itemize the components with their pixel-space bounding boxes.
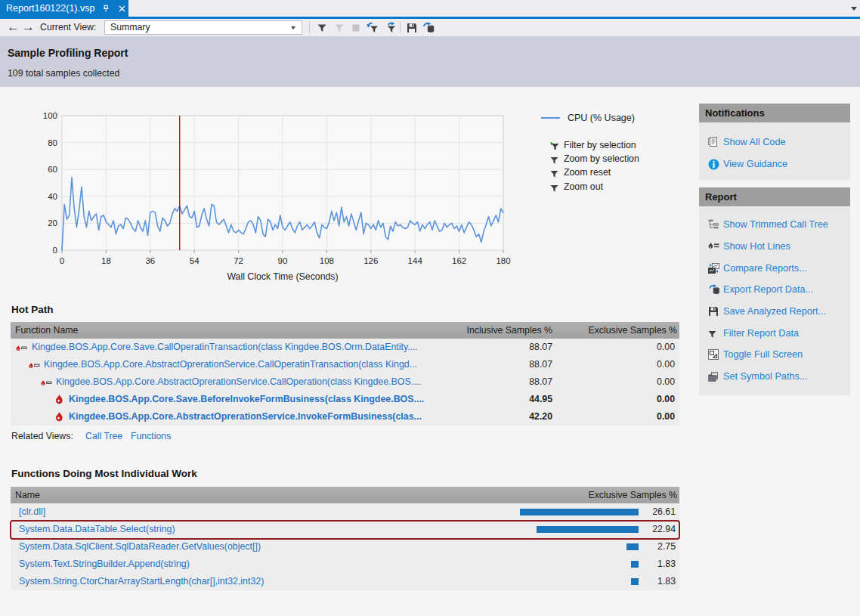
function-link[interactable]: System.Data.DataTable.Select(string) (19, 521, 175, 538)
view-selector-dropdown[interactable]: Summary (104, 20, 302, 35)
sidebar-panel-report: ReportShow Trimmed Call TreeShow Hot Lin… (699, 187, 850, 395)
sidebar-item-compare-reports[interactable]: Compare Reports... (699, 257, 850, 279)
dropdown-arrow-icon (291, 26, 295, 29)
hot-path-row: Kingdee.BOS.App.Core.Save.BeforeInvokeFo… (11, 391, 679, 408)
sidebar-item-show-all-code[interactable]: Show All Code (699, 131, 850, 153)
hot-path-table-header: Function Name Inclusive Samples % Exclus… (11, 322, 679, 339)
function-link[interactable]: Kingdee.BOS.App.Core.Save.CallOperatinTr… (32, 339, 418, 356)
exclusive-samples-value: 0.00 (592, 356, 675, 373)
sidebar-item-export-report-data[interactable]: Export Report Data... (699, 279, 850, 301)
profiler-report-window: Report160122(1).vsp ← → Current View: Su… (0, 0, 860, 616)
sidebar-item-view-guidance[interactable]: View Guidance (699, 153, 850, 175)
function-link[interactable]: System.Text.StringBuilder.Append(string) (19, 556, 190, 573)
hot-path-row: Kingdee.BOS.App.Core.AbstractOprerationS… (11, 356, 679, 373)
inclusive-samples-value: 42.20 (469, 408, 552, 426)
y-tick-label: 0 (53, 246, 57, 255)
chart-action-links: Filter by selectionZoom by selectionZoom… (550, 138, 639, 193)
related-views-label: Related Views: (11, 431, 73, 441)
save-report-button[interactable] (407, 19, 417, 36)
export-filter-button[interactable] (383, 19, 396, 36)
stop-disabled-button (352, 19, 360, 36)
panel-body: Show All CodeView Guidance (699, 122, 850, 180)
toolbar-separator (309, 22, 310, 33)
related-view-link-call-tree[interactable]: Call Tree (85, 431, 122, 441)
function-link[interactable]: Kingdee.BOS.App.Core.AbstractOprerationS… (69, 408, 422, 426)
sidebar-item-filter-report-data[interactable]: Filter Report Data (699, 322, 850, 344)
report-header-band: Sample Profiling Report 109 total sample… (0, 36, 860, 87)
function-link[interactable]: Kingdee.BOS.App.Core.AbstractOprerationS… (44, 356, 417, 373)
sidebar-item-label: Compare Reports... (723, 263, 807, 274)
sidebar-item-label: Toggle Full Screen (723, 349, 803, 360)
column-header-function-name: Function Name (15, 322, 78, 339)
column-header-exclusive-samples: Exclusive Samples % (588, 322, 677, 339)
sidebar-item-set-symbol-paths[interactable]: Set Symbol Paths... (699, 366, 850, 388)
report-toolbar: ← → Current View: Summary (0, 19, 860, 36)
chart-action-label: Zoom by selection (564, 153, 639, 164)
x-tick-label: 18 (101, 256, 111, 265)
functions-row: [clr.dll]26.61 (11, 503, 679, 521)
exclusive-samples-value: 0.00 (592, 391, 675, 408)
hot-path-row: Kingdee.BOS.App.Core.AbstractOprerationS… (11, 408, 679, 426)
inclusive-samples-value: 44.95 (469, 391, 552, 408)
functions-row: System.Text.StringBuilder.Append(string)… (11, 556, 679, 573)
export-report-button[interactable] (422, 19, 435, 36)
chart-action-filter-by-selection[interactable]: Filter by selection (550, 138, 639, 152)
related-view-link-functions[interactable]: Functions (131, 431, 171, 441)
hot-path-row: Kingdee.BOS.App.Core.AbstractOprerationS… (11, 373, 679, 391)
x-axis-title: Wall Clock Time (Seconds) (227, 271, 338, 282)
flame-icon (55, 395, 63, 408)
import-filter-button[interactable] (366, 19, 379, 36)
functions-most-work-table: Name Exclusive Samples % [clr.dll]26.61S… (11, 487, 679, 590)
chart-action-zoom-by-selection[interactable]: Zoom by selection (550, 152, 639, 166)
pin-icon[interactable] (102, 4, 110, 13)
inclusive-samples-value: 88.07 (469, 373, 552, 391)
sidebar-item-label: View Guidance (723, 159, 787, 169)
document-well-dropdown-icon[interactable] (851, 7, 857, 11)
call-tree-icon (708, 219, 719, 230)
function-link[interactable]: System.String.CtorCharArrayStartLength(c… (19, 573, 264, 590)
exclusive-samples-value: 22.94 (592, 521, 676, 538)
function-link[interactable]: Kingdee.BOS.App.Core.Save.BeforeInvokeFo… (69, 391, 424, 408)
filter-button[interactable] (317, 19, 326, 36)
y-tick-label: 40 (48, 192, 57, 201)
function-link[interactable]: [clr.dll] (19, 503, 45, 521)
column-header-name: Name (15, 487, 40, 503)
functions-most-work-title: Functions Doing Most Individual Work (11, 468, 197, 479)
document-tab-title: Report160122(1).vsp (0, 3, 94, 14)
sidebar-item-toggle-full-screen[interactable]: Toggle Full Screen (699, 344, 850, 366)
exclusive-samples-value: 26.61 (592, 503, 676, 521)
sidebar-item-show-trimmed-call-tree[interactable]: Show Trimmed Call Tree (699, 214, 850, 236)
function-link[interactable]: System.Data.SqlClient.SqlDataReader.GetV… (19, 538, 261, 556)
fullscreen-icon (708, 349, 719, 360)
cpu-usage-chart[interactable]: 01836547290108126144162180020406080100Wa… (30, 106, 529, 291)
funnel-green-arrow-icon (550, 141, 559, 150)
show-all-code-icon (708, 137, 719, 147)
hot-lines-icon (708, 241, 719, 252)
panel-title: Report (705, 187, 737, 206)
functions-row: System.Data.DataTable.Select(string)22.9… (11, 521, 679, 538)
sidebar-item-label: Filter Report Data (723, 328, 799, 339)
functions-rows: [clr.dll]26.61System.Data.DataTable.Sele… (11, 503, 679, 590)
navigate-forward-button[interactable]: → (22, 19, 35, 36)
y-tick-label: 80 (48, 138, 57, 147)
folder-icon (708, 371, 719, 382)
inclusive-samples-value: 88.07 (469, 356, 552, 373)
x-tick-label: 180 (496, 256, 510, 265)
document-tab[interactable]: Report160122(1).vsp (0, 0, 128, 17)
column-header-inclusive-samples: Inclusive Samples % (467, 322, 552, 339)
y-tick-label: 20 (48, 218, 57, 228)
function-link[interactable]: Kingdee.BOS.App.Core.AbstractOprerationS… (56, 373, 421, 391)
document-tab-strip: Report160122(1).vsp (0, 0, 860, 17)
chart-action-zoom-out[interactable]: Zoom out (550, 180, 639, 193)
sidebar-item-show-hot-lines[interactable]: Show Hot Lines (699, 236, 850, 258)
sidebar-item-save-analyzed-report[interactable]: Save Analyzed Report... (699, 301, 850, 323)
legend-label: CPU (% Usage) (568, 113, 635, 123)
close-tab-icon[interactable] (118, 4, 126, 13)
hot-path-row: Kingdee.BOS.App.Core.Save.CallOperatinTr… (11, 339, 679, 356)
navigate-back-button[interactable]: ← (7, 19, 20, 36)
x-tick-label: 54 (190, 256, 200, 265)
exclusive-samples-value: 0.00 (592, 339, 675, 356)
x-tick-label: 162 (452, 256, 466, 265)
exclusive-samples-value: 1.83 (592, 573, 676, 590)
chart-action-zoom-reset[interactable]: Zoom reset (550, 166, 639, 179)
